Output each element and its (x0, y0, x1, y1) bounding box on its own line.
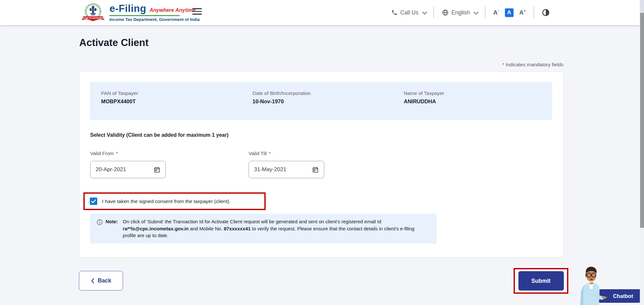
calendar-icon[interactable] (154, 166, 160, 173)
taxpayer-info-strip: PAN of Taxpayer MOBPX4400T Date of Birth… (90, 82, 552, 120)
pan-value: MOBPX4400T (101, 98, 252, 105)
chevron-down-icon (422, 9, 427, 14)
svg-text:INCOME TAX DEPARTMENT: INCOME TAX DEPARTMENT (81, 17, 105, 19)
vertical-scrollbar[interactable] (640, 0, 644, 305)
chatbot-label: Chatbot (613, 293, 633, 299)
valid-till-group: Valid Till* 31-May-2021 (249, 151, 324, 178)
select-validity-heading: Select Validity (Client can be added for… (90, 132, 552, 138)
brand-text: e-Filing Anywhere Anytime Income Tax Dep… (109, 2, 200, 22)
note-mobile: 87xxxxxx41 (224, 226, 251, 231)
header-divider (433, 6, 434, 19)
scrollbar-thumb[interactable] (640, 13, 644, 228)
activate-client-page: INCOME TAX DEPARTMENT e-Filing Anywhere … (0, 0, 644, 305)
consent-annotation-box: I have taken the signed consent from the… (83, 192, 266, 210)
activate-client-card: PAN of Taxpayer MOBPX4400T Date of Birth… (79, 71, 564, 257)
asterisk: * (502, 62, 504, 67)
note-label: Note: (106, 218, 118, 239)
font-decrease-button[interactable]: A- (493, 9, 499, 16)
dob-field: Date of Birth/Incorporation 10-Nov-1970 (252, 90, 404, 112)
brand-logo[interactable]: INCOME TAX DEPARTMENT e-Filing Anywhere … (79, 2, 200, 23)
name-label: Name of Taxpayer (404, 90, 541, 96)
validity-row: Valid From* 20-Apr-2021 Valid Till* (90, 151, 552, 178)
submit-annotation-box: Submit (514, 268, 568, 294)
valid-from-group: Valid From* 20-Apr-2021 (90, 151, 249, 178)
note-text: On click of 'Submit' the Transaction Id … (123, 218, 422, 239)
header-divider (534, 6, 534, 19)
consent-checkbox[interactable] (90, 198, 97, 205)
note-box: Note: On click of 'Submit' the Transacti… (90, 214, 437, 244)
info-icon (97, 219, 103, 225)
page-title: Activate Client (79, 37, 148, 49)
pan-field: PAN of Taxpayer MOBPX4400T (101, 90, 252, 112)
font-normal-button[interactable]: A (505, 8, 514, 17)
chatbot-avatar[interactable] (576, 265, 609, 305)
contrast-toggle-icon[interactable] (542, 9, 550, 16)
asterisk: * (116, 151, 118, 156)
income-tax-emblem-icon: INCOME TAX DEPARTMENT (79, 2, 107, 23)
brand-subtitle: Income Tax Department, Government of Ind… (109, 17, 200, 22)
asterisk: * (269, 151, 271, 156)
note-email: ra**ls@cpc.incometax.gov.in (123, 226, 188, 231)
mandatory-fields-note: *Indicates mandatory fields (79, 62, 564, 68)
header-actions: Call Us English A- A A+ (391, 0, 550, 25)
menu-hamburger-icon[interactable] (192, 8, 202, 16)
brand-title: e-Filing (109, 3, 146, 14)
valid-from-datepicker[interactable]: 20-Apr-2021 (90, 161, 166, 178)
language-label: English (451, 9, 470, 16)
pan-label: PAN of Taxpayer (101, 90, 252, 96)
scrollbar-track-top (640, 0, 644, 13)
header: INCOME TAX DEPARTMENT e-Filing Anywhere … (0, 0, 644, 25)
calendar-icon[interactable] (312, 166, 319, 173)
name-field: Name of Taxpayer ANIRUDDHA (404, 90, 541, 112)
valid-from-value: 20-Apr-2021 (96, 166, 126, 173)
submit-button[interactable]: Submit (518, 271, 564, 291)
back-label: Back (98, 277, 111, 284)
header-divider (485, 6, 486, 19)
language-dropdown[interactable]: English (442, 9, 477, 16)
phone-icon (391, 9, 398, 16)
back-button[interactable]: Back (79, 271, 123, 291)
valid-till-value: 31-May-2021 (254, 166, 286, 173)
call-us-dropdown[interactable]: Call Us (391, 9, 426, 16)
dob-label: Date of Birth/Incorporation (252, 90, 404, 96)
valid-till-datepicker[interactable]: 31-May-2021 (249, 161, 324, 178)
brand-tagline: Anywhere Anytime (149, 7, 195, 13)
font-size-controls: A- A A+ (493, 8, 526, 17)
globe-icon (442, 9, 449, 16)
call-us-label: Call Us (400, 9, 418, 16)
valid-from-label: Valid From* (90, 151, 249, 156)
brand-rule (109, 15, 180, 16)
valid-till-label: Valid Till* (249, 151, 324, 156)
checkmark-icon (91, 199, 96, 203)
name-value: ANIRUDDHA (404, 98, 541, 105)
font-increase-button[interactable]: A+ (519, 9, 526, 16)
dob-value: 10-Nov-1970 (252, 98, 404, 105)
chevron-left-icon (91, 278, 95, 284)
chevron-down-icon (474, 9, 479, 14)
consent-label: I have taken the signed consent from the… (102, 199, 231, 204)
